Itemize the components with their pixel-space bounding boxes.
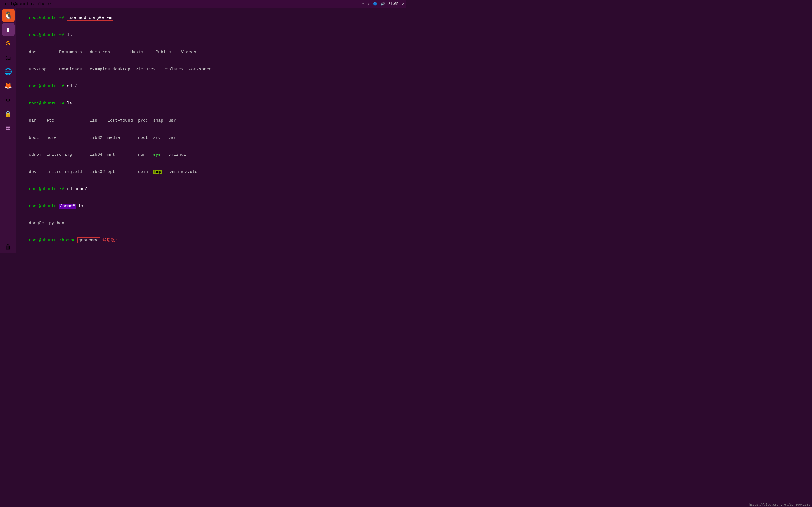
settings-tray-icon: ⚙: [402, 2, 404, 6]
chrome-launcher-icon[interactable]: 🌐: [2, 65, 15, 78]
terminal-line-cd-root: root@ubuntu:~# cd /: [18, 78, 404, 95]
home-ls-output: dongGe python: [18, 215, 404, 232]
sys-text: sys: [153, 152, 161, 157]
terminal-launcher-icon[interactable]: ▮: [2, 23, 15, 36]
terminal-line-1: root@ubuntu:~# useradd dongGe -m: [18, 10, 404, 27]
cmd-useradd: useradd dongGe -m: [67, 15, 113, 21]
root-ls-3: cdrom initrd.img lib64 mnt run sys vmlin…: [18, 147, 404, 164]
terminal-line-cd-home: root@ubuntu:/# cd home/: [18, 181, 404, 198]
templates-text: Templates: [161, 67, 184, 72]
files-launcher-icon[interactable]: 🗂: [2, 51, 15, 64]
ubuntu-launcher-icon[interactable]: 🐧: [2, 9, 15, 22]
settings-launcher-icon[interactable]: ⚙: [2, 94, 15, 107]
sort-icon: ↕: [368, 2, 370, 6]
terminal-line-2: root@ubuntu:~# ls: [18, 27, 404, 44]
titlebar-title: root@ubuntu: /home: [2, 1, 51, 6]
home-path-highlight: /home#: [59, 204, 75, 209]
clock: 21:05: [388, 2, 398, 6]
groupmod-line: root@ubuntu:/home# groupmod然后敲3: [18, 232, 404, 249]
app-launcher-icon[interactable]: ▦: [2, 122, 15, 135]
titlebar: root@ubuntu: /home ⌨ ↕ 🔵 🔊 21:05 ⚙: [0, 0, 406, 8]
terminal[interactable]: root@ubuntu:~# useradd dongGe -m root@ub…: [16, 8, 406, 253]
tab-annotation-line: 次tab键: [18, 249, 404, 254]
annotation-tab: 然后敲3: [102, 238, 117, 243]
sublime-launcher-icon[interactable]: S: [2, 37, 15, 50]
firefox-launcher-icon[interactable]: 🦊: [2, 79, 15, 93]
ls-output-1: dbs Documents dump.rdb Music Public Vide…: [18, 44, 404, 61]
downloads-text: Downloads: [59, 67, 82, 72]
root-ls-1: bin etc lib lost+found proc snap usr: [18, 112, 404, 129]
bluetooth-icon: 🔵: [373, 2, 377, 6]
ls-output-2: Desktop Downloads examples.desktop Pictu…: [18, 61, 404, 78]
tmp-text: tmp: [153, 170, 162, 174]
terminal-line-ls-home: root@ubuntu:/home# ls: [18, 198, 404, 215]
prompt-1: root@ubuntu:~#: [29, 15, 67, 20]
sidebar: 🐧 ▮ S 🗂 🌐 🦊 ⚙ 🔒 ▦ 🗑: [0, 8, 16, 253]
groupmod-cmd: groupmod: [77, 237, 100, 243]
titlebar-left: root@ubuntu: /home: [2, 1, 51, 6]
root-ls-2: boot home lib32 media root srv var: [18, 129, 404, 147]
keyboard-icon: ⌨: [362, 2, 364, 6]
titlebar-right: ⌨ ↕ 🔵 🔊 21:05 ⚙: [362, 2, 404, 6]
vpn-launcher-icon[interactable]: 🔒: [2, 108, 15, 121]
volume-icon: 🔊: [380, 2, 385, 6]
trash-launcher-icon[interactable]: 🗑: [2, 240, 15, 253]
terminal-line-ls-root: root@ubuntu:/# ls: [18, 95, 404, 112]
root-ls-4: dev initrd.img.old libx32 opt sbin tmp v…: [18, 164, 404, 181]
